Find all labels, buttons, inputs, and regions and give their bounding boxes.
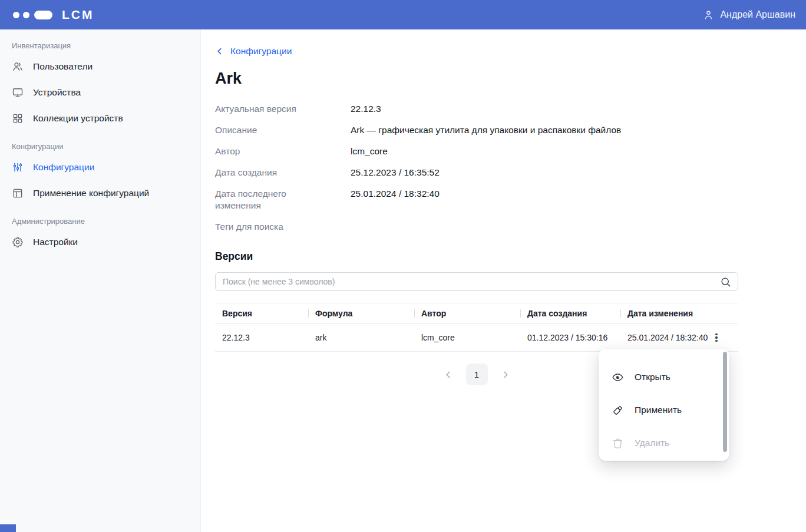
sidebar-item-label: Пользователи	[33, 61, 93, 72]
detail-row-modified: Дата последнего изменения 25.01.2024 / 1…	[215, 188, 806, 212]
context-menu-label: Удалить	[635, 438, 669, 448]
versions-search	[215, 272, 738, 291]
pagination-page-1[interactable]: 1	[466, 364, 488, 385]
detail-row-current-version: Актуальная версия 22.12.3	[215, 103, 806, 115]
pagination-next-button[interactable]	[497, 366, 514, 383]
pagination-prev-button[interactable]	[440, 366, 457, 383]
detail-row-created: Дата создания 25.12.2023 / 16:35:52	[215, 167, 806, 179]
detail-row-description: Описание Ark — графическая утилита для у…	[215, 124, 806, 136]
sidebar-item-label: Коллекции устройств	[33, 113, 123, 124]
column-header-created: Дата создания	[520, 303, 620, 323]
sidebar-item-apply-configurations[interactable]: Применение конфигураций	[0, 180, 200, 206]
section-label: Инвентаризация	[0, 35, 200, 54]
detail-row-author: Автор lcm_core	[215, 146, 806, 157]
column-header-version: Версия	[215, 303, 308, 323]
cell-author: lcm_core	[414, 333, 520, 342]
sidebar-item-label: Настройки	[33, 237, 78, 247]
brand-logo[interactable]: LCM	[13, 8, 94, 22]
context-menu-label: Открыть	[635, 372, 670, 382]
page-title: Ark	[215, 70, 806, 88]
context-menu-item-open[interactable]: Открыть	[599, 361, 729, 394]
detail-label: Описание	[215, 124, 305, 136]
user-icon	[703, 9, 714, 21]
search-input[interactable]	[223, 277, 719, 286]
detail-label: Автор	[215, 146, 305, 157]
sidebar-item-label: Конфигурации	[33, 162, 94, 173]
sidebar-item-devices[interactable]: Устройства	[0, 80, 200, 105]
detail-label: Дата последнего изменения	[215, 188, 305, 212]
sidebar-item-settings[interactable]: Настройки	[0, 229, 200, 255]
breadcrumb-back-link[interactable]: Конфигурации	[215, 46, 292, 57]
detail-label: Актуальная версия	[215, 103, 305, 115]
detail-label: Дата создания	[215, 167, 305, 179]
row-actions-kebab-icon[interactable]	[710, 331, 723, 344]
row-context-menu: Открыть Применить Удали	[599, 349, 729, 461]
versions-heading: Версии	[215, 250, 806, 263]
context-menu-scrollbar[interactable]	[723, 352, 727, 452]
monitor-icon	[12, 87, 24, 98]
brand-name: LCM	[62, 8, 94, 22]
search-icon[interactable]	[719, 275, 732, 288]
eye-icon	[612, 371, 624, 384]
user-name: Андрей Аршавин	[720, 9, 795, 20]
top-bar: LCM Андрей Аршавин	[0, 0, 806, 29]
grid-icon	[12, 113, 24, 124]
logo-dot-icon	[13, 12, 19, 18]
app-window: LCM Андрей Аршавин Инвентаризация	[0, 0, 806, 532]
column-header-formula: Формула	[308, 303, 414, 323]
sidebar: Инвентаризация Пользователи	[0, 29, 201, 532]
context-menu-label: Применить	[635, 405, 682, 415]
table-row[interactable]: 22.12.3 ark lcm_core 01.12.2023 / 15:30:…	[215, 324, 738, 352]
apply-icon	[612, 404, 624, 417]
chevron-left-icon	[215, 47, 224, 56]
logo-dot-icon	[23, 12, 29, 18]
sidebar-item-label: Устройства	[33, 87, 81, 98]
sidebar-item-device-collections[interactable]: Коллекции устройств	[0, 105, 200, 131]
column-header-author: Автор	[414, 303, 520, 323]
column-header-modified: Дата изменения	[620, 303, 738, 323]
trash-icon	[612, 437, 624, 450]
cell-formula: ark	[308, 333, 414, 342]
bottom-left-accent	[0, 524, 16, 532]
sidebar-section-inventory: Инвентаризация Пользователи	[0, 35, 200, 131]
detail-value: Ark — графическая утилита для упаковки и…	[351, 124, 621, 136]
cell-created: 01.12.2023 / 15:30:16	[520, 333, 620, 342]
table-header-row: Версия Формула Автор Дата создания Дата …	[215, 303, 738, 324]
sidebar-item-configurations[interactable]: Конфигурации	[0, 154, 200, 180]
users-icon	[12, 61, 24, 72]
sidebar-section-administration: Администрирование Настройки	[0, 211, 200, 255]
section-label: Администрирование	[0, 211, 200, 229]
sidebar-section-configurations: Конфигурации Конфигурации	[0, 136, 200, 206]
versions-table: Версия Формула Автор Дата создания Дата …	[215, 303, 738, 352]
sliders-icon	[12, 161, 24, 173]
breadcrumb-label: Конфигурации	[230, 46, 292, 57]
context-menu-item-delete: Удалить	[599, 427, 729, 460]
detail-label: Теги для поиска	[215, 221, 305, 233]
detail-value: 25.01.2024 / 18:32:40	[351, 188, 440, 212]
cell-version: 22.12.3	[215, 333, 308, 342]
sidebar-item-label: Применение конфигураций	[33, 188, 149, 199]
details-list: Актуальная версия 22.12.3 Описание Ark —…	[215, 103, 806, 233]
detail-row-tags: Теги для поиска	[215, 221, 806, 233]
section-label: Конфигурации	[0, 136, 200, 154]
user-menu[interactable]: Андрей Аршавин	[703, 9, 795, 21]
layout-icon	[12, 187, 24, 199]
context-menu-item-apply[interactable]: Применить	[599, 394, 729, 427]
sidebar-item-users[interactable]: Пользователи	[0, 54, 200, 80]
logo-pill-icon	[34, 11, 52, 19]
detail-value: 25.12.2023 / 16:35:52	[351, 167, 440, 179]
detail-value: 22.12.3	[351, 103, 381, 115]
gear-icon	[12, 236, 24, 248]
detail-value: lcm_core	[351, 146, 388, 157]
